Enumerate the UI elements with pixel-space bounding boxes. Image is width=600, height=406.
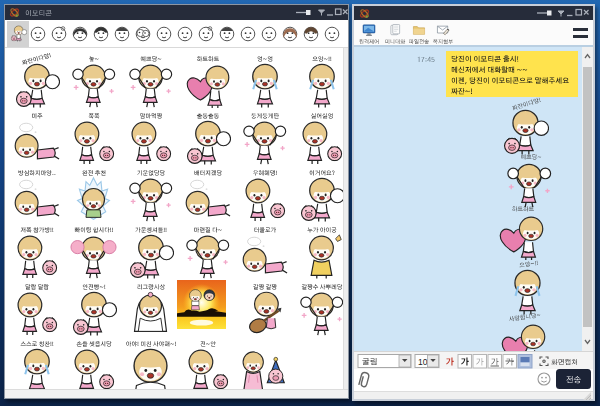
svg-text:10: 10 — [418, 357, 428, 367]
